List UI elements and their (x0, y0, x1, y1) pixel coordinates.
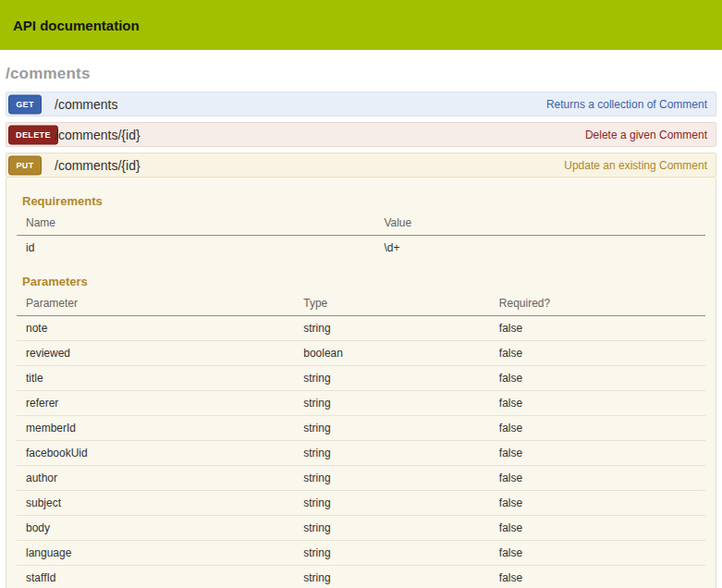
table-row: reviewedbooleanfalse (17, 341, 705, 366)
http-method-badge: GET (8, 94, 42, 114)
table-cell: string (294, 491, 490, 516)
table-cell: body (17, 516, 294, 541)
endpoint-row-put-comment[interactable]: PUT /comments/{id} Update an existing Co… (6, 153, 716, 178)
table-cell: string (294, 541, 490, 566)
table-cell: staffId (17, 566, 294, 588)
table-cell: false (490, 541, 705, 566)
column-header: Name (17, 211, 374, 236)
requirements-table: NameValueid\d+ (17, 211, 705, 260)
table-row: refererstringfalse (17, 391, 705, 416)
table-cell: memberId (17, 416, 294, 441)
table-row: titlestringfalse (17, 366, 705, 391)
http-method-badge: PUT (8, 155, 42, 175)
table-row: subjectstringfalse (17, 491, 705, 516)
main-content: /comments GET /comments Returns a collec… (0, 65, 722, 588)
table-cell: false (490, 466, 705, 491)
table-cell: string (294, 316, 490, 341)
table-row: facebookUidstringfalse (17, 441, 705, 466)
table-cell: title (17, 366, 294, 391)
table-cell: false (490, 516, 705, 541)
table-cell: false (490, 366, 705, 391)
table-cell: string (294, 441, 490, 466)
table-cell: false (490, 316, 705, 341)
http-method-badge: DELETE (8, 125, 58, 144)
column-header: Value (374, 211, 705, 236)
table-cell: false (490, 391, 705, 416)
table-cell: id (17, 236, 374, 261)
table-cell: subject (17, 491, 294, 516)
column-header: Type (294, 291, 490, 316)
table-row: memberIdstringfalse (17, 416, 705, 441)
resource-section-title: /comments (6, 65, 716, 83)
table-cell: false (490, 441, 705, 466)
table-cell: note (17, 316, 294, 341)
column-header: Required? (490, 291, 705, 316)
endpoint-path: /comments/{id} (55, 128, 141, 142)
endpoint-details-panel: Requirements NameValueid\d+ Parameters P… (6, 178, 716, 588)
table-cell: false (490, 491, 705, 516)
table-cell: string (294, 366, 490, 391)
table-cell: false (490, 416, 705, 441)
endpoint-path: /comments (55, 97, 117, 112)
table-cell: string (294, 416, 490, 441)
table-cell: author (17, 466, 294, 491)
table-cell: language (17, 541, 294, 566)
table-row: staffIdstringfalse (17, 566, 705, 588)
endpoint-path: /comments/{id} (55, 158, 141, 173)
table-cell: string (294, 516, 490, 541)
table-cell: false (490, 341, 705, 366)
table-row: bodystringfalse (17, 516, 705, 541)
page-title: API documentation (13, 18, 140, 33)
table-row: authorstringfalse (17, 466, 705, 491)
table-cell: \d+ (374, 236, 705, 261)
table-row: id\d+ (17, 236, 705, 261)
app-header: API documentation (0, 0, 722, 50)
table-cell: referer (17, 391, 294, 416)
endpoint-description: Delete a given Comment (585, 129, 707, 141)
endpoint-row-get-comments[interactable]: GET /comments Returns a collection of Co… (6, 92, 716, 116)
table-header-row: NameValue (17, 211, 705, 236)
table-cell: boolean (294, 341, 490, 366)
table-cell: facebookUid (17, 441, 294, 466)
endpoint-row-delete-comment[interactable]: DELETE /comments/{id} Delete a given Com… (6, 122, 716, 147)
column-header: Parameter (17, 291, 294, 316)
table-cell: false (490, 566, 705, 588)
table-header-row: ParameterTypeRequired? (17, 291, 705, 316)
parameters-table: ParameterTypeRequired?notestringfalserev… (17, 291, 705, 588)
parameters-heading: Parameters (22, 275, 705, 288)
endpoint-description: Update an existing Comment (564, 159, 707, 172)
table-row: notestringfalse (17, 316, 705, 341)
table-cell: string (294, 466, 490, 491)
table-row: languagestringfalse (17, 541, 705, 566)
requirements-heading: Requirements (22, 194, 705, 208)
endpoint-description: Returns a collection of Comment (546, 98, 707, 111)
table-cell: string (294, 566, 490, 588)
table-cell: string (294, 391, 490, 416)
table-cell: reviewed (17, 341, 294, 366)
